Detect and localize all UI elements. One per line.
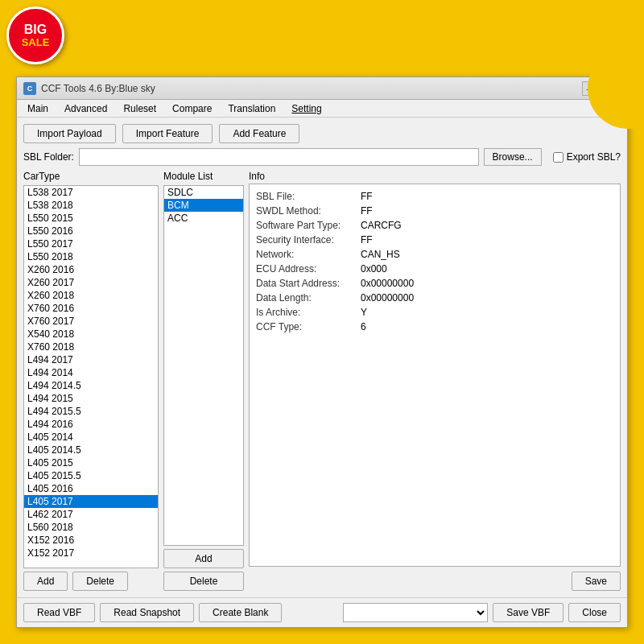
export-sbl-label: Export SBL? [567,151,621,163]
app-icon: C [23,82,36,95]
module-list[interactable]: SDLCBCMACC [163,185,244,546]
cartype-list-item[interactable]: L405 2015.5 [24,469,158,482]
cartype-list-item[interactable]: L405 2014.5 [24,444,158,456]
import-feature-button[interactable]: Import Feature [122,124,213,143]
cartype-list-item[interactable]: X760 2018 [24,341,158,353]
title-bar-left: C CCF Tools 4.6 By:Blue sky [23,82,155,95]
cartype-list-item[interactable]: L550 2016 [24,225,158,237]
cartype-list-item[interactable]: X152 2016 [24,534,158,547]
info-field-label: Data Length: [256,292,361,303]
cartype-list-item[interactable]: L550 2015 [24,212,158,225]
info-field-value: 0x00000000 [361,292,414,303]
cartype-label: CarType [23,171,159,182]
add-feature-button[interactable]: Add Feature [219,124,299,143]
cartype-list-item[interactable]: L494 2016 [24,418,158,431]
module-list-item[interactable]: BCM [164,199,243,212]
cartype-list-item[interactable]: X260 2016 [24,263,158,276]
info-field-label: CCF Type: [256,321,361,332]
browse-button[interactable]: Browse... [484,148,542,166]
menu-setting[interactable]: Setting [284,101,328,117]
cartype-list-item[interactable]: X760 2017 [24,315,158,328]
info-field-value: FF [361,191,373,202]
module-list-item[interactable]: ACC [164,212,243,225]
window-title: CCF Tools 4.6 By:Blue sky [41,83,155,94]
info-field-label: SWDL Method: [256,205,361,217]
cartype-list[interactable]: L538 2017L538 2018L550 2015L550 2016L550… [23,185,159,568]
bottom-bar: Read VBF Read Snapshot Create Blank Save… [17,597,627,627]
info-field-row: Is Archive:Y [256,307,613,318]
close-button[interactable]: Close [568,603,621,622]
info-field-value: 6 [361,321,366,332]
sbl-folder-input[interactable] [79,148,479,166]
save-button[interactable]: Save [572,572,621,591]
info-field-row: CCF Type:6 [256,321,613,332]
cartype-add-button[interactable]: Add [23,572,68,591]
info-field-label: Is Archive: [256,307,361,318]
menu-main[interactable]: Main [20,101,56,117]
save-row: Save [249,572,621,591]
create-blank-button[interactable]: Create Blank [199,603,282,622]
info-field-row: Network:CAN_HS [256,249,613,260]
cartype-list-item[interactable]: L405 2014 [24,431,158,444]
sale-text: SALE [22,36,50,48]
module-label: Module List [163,171,244,182]
info-field-value: 0x00000000 [361,278,414,289]
cartype-list-item[interactable]: L494 2014 [24,366,158,379]
menu-bar: Main Advanced Ruleset Compare Translatio… [17,100,627,118]
cartype-list-item[interactable]: X760 2016 [24,302,158,315]
module-list-item[interactable]: SDLC [164,186,243,199]
info-field-row: SBL File:FF [256,191,613,202]
cartype-list-item[interactable]: L550 2017 [24,237,158,250]
cartype-list-item[interactable]: L538 2017 [24,186,158,199]
menu-advanced[interactable]: Advanced [57,101,114,117]
module-add-button[interactable]: Add [163,549,244,568]
big-text: BIG [24,23,47,37]
save-vbf-button[interactable]: Save VBF [493,603,564,622]
content-area: Import Payload Import Feature Add Featur… [17,118,627,597]
cartype-list-item[interactable]: X260 2017 [24,276,158,289]
info-field-label: Security Interface: [256,234,361,246]
menu-translation[interactable]: Translation [221,101,283,117]
cartype-list-item[interactable]: L462 2017 [24,508,158,521]
top-button-row: Import Payload Import Feature Add Featur… [23,124,621,143]
sbl-folder-row: SBL Folder: Browse... Export SBL? [23,148,621,166]
cartype-delete-button[interactable]: Delete [72,572,128,591]
info-field-value: FF [361,205,373,217]
info-field-row: Software Part Type:CARCFG [256,220,613,231]
import-payload-button[interactable]: Import Payload [23,124,116,143]
info-field-value: FF [361,234,373,246]
cartype-list-item[interactable]: X260 2018 [24,289,158,302]
bottom-dropdown[interactable] [343,603,488,622]
cartype-list-item[interactable]: L494 2015.5 [24,405,158,418]
export-sbl-row: Export SBL? [553,151,621,163]
cartype-list-item[interactable]: L494 2017 [24,353,158,366]
cartype-list-item[interactable]: L550 2018 [24,250,158,263]
cartype-list-item[interactable]: L494 2014.5 [24,379,158,392]
info-field-row: SWDL Method:FF [256,205,613,217]
info-field-label: ECU Address: [256,263,361,275]
info-field-value: Y [361,307,367,318]
title-bar: C CCF Tools 4.6 By:Blue sky — □ [17,77,627,100]
export-sbl-checkbox[interactable] [553,152,564,163]
read-snapshot-button[interactable]: Read Snapshot [100,603,194,622]
cartype-list-item[interactable]: L538 2018 [24,199,158,212]
info-field-row: Data Length:0x00000000 [256,292,613,303]
info-content: SBL File:FFSWDL Method:FFSoftware Part T… [249,184,621,567]
cartype-list-item[interactable]: X152 2017 [24,547,158,559]
module-delete-button[interactable]: Delete [163,572,244,591]
menu-ruleset[interactable]: Ruleset [116,101,163,117]
cartype-list-item[interactable]: L494 2015 [24,392,158,405]
info-field-value: 0x000 [361,263,387,275]
cartype-list-item[interactable]: L405 2015 [24,456,158,469]
read-vbf-button[interactable]: Read VBF [23,603,95,622]
info-field-label: Data Start Address: [256,278,361,289]
cartype-list-item[interactable]: L560 2018 [24,521,158,534]
cartype-panel: CarType L538 2017L538 2018L550 2015L550 … [23,171,159,591]
cartype-list-item[interactable]: L405 2017 [24,495,158,508]
cartype-list-item[interactable]: X540 2018 [24,328,158,341]
info-field-value: CAN_HS [361,249,400,260]
info-field-label: Network: [256,249,361,260]
cartype-list-item[interactable]: L405 2016 [24,482,158,495]
info-panel: Info SBL File:FFSWDL Method:FFSoftware P… [249,171,621,591]
menu-compare[interactable]: Compare [165,101,219,117]
